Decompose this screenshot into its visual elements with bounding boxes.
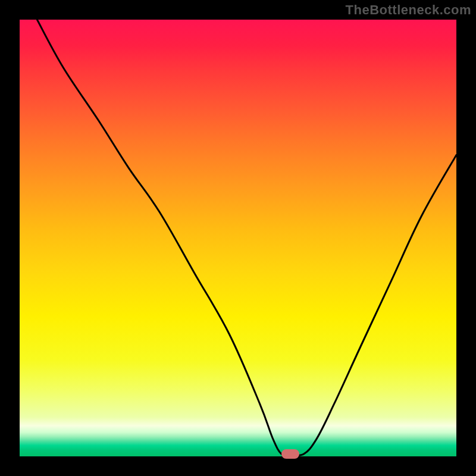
optimal-point-marker [281,449,299,459]
watermark-text: TheBottleneck.com [346,2,471,18]
plot-svg [20,20,456,456]
heatmap-background [20,20,456,456]
chart-container: TheBottleneck.com [0,0,476,476]
plot-area [20,20,456,456]
